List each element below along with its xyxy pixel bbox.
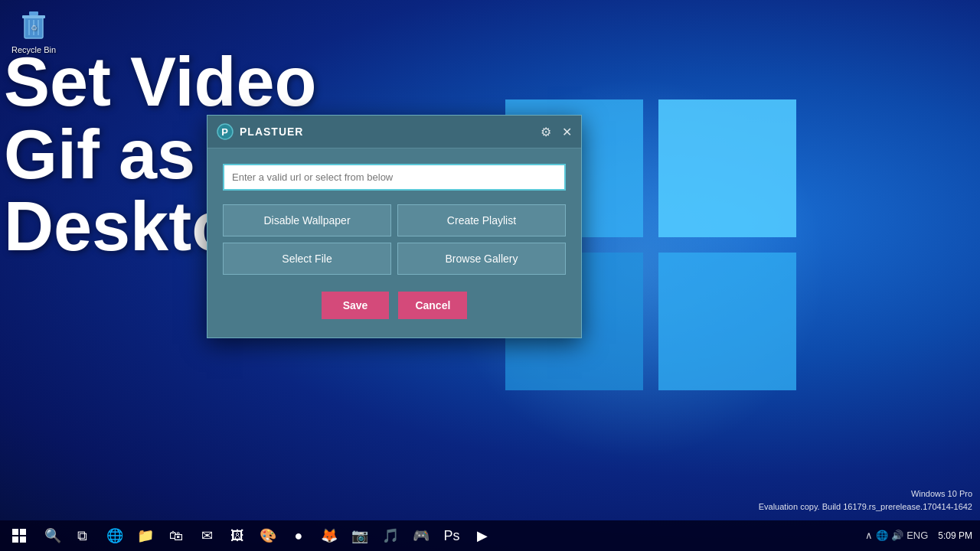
taskbar-edge-icon[interactable]: 🌐 xyxy=(100,521,129,550)
action-buttons-grid: Disable Wallpaper Create Playlist Select… xyxy=(223,204,566,275)
cancel-button[interactable]: Cancel xyxy=(398,292,467,319)
taskbar-app2-icon[interactable]: 🎵 xyxy=(376,521,405,550)
svg-rect-19 xyxy=(12,536,18,543)
taskbar-firefox-icon[interactable]: 🦊 xyxy=(315,521,344,550)
plastuer-dialog: P PLASTUER ⚙ ✕ Disable Wallpaper Create … xyxy=(207,115,582,338)
svg-rect-18 xyxy=(20,529,26,535)
svg-rect-5 xyxy=(658,99,796,237)
taskbar-app4-icon[interactable]: ▶ xyxy=(468,521,497,550)
svg-rect-7 xyxy=(658,253,796,390)
start-button[interactable] xyxy=(0,520,38,551)
save-button[interactable]: Save xyxy=(322,292,390,319)
taskbar-app3-icon[interactable]: 🎮 xyxy=(407,521,436,550)
taskbar: 🔍 ⧉ 🌐 📁 🛍 ✉ 🖼 🎨 ● 🦊 📷 🎵 🎮 Ps ▶ ∧ 🌐 🔊 ENG… xyxy=(0,520,980,551)
svg-rect-10 xyxy=(29,11,38,15)
taskbar-mail-icon[interactable]: ✉ xyxy=(192,521,221,550)
taskbar-app1-icon[interactable]: 📷 xyxy=(345,521,374,550)
task-view-button[interactable]: ⧉ xyxy=(67,521,96,550)
dialog-title-text: PLASTUER xyxy=(240,126,303,138)
svg-text:P: P xyxy=(221,126,229,138)
tray-network-icon[interactable]: 🌐 xyxy=(876,530,888,541)
tray-lang-icon[interactable]: ENG xyxy=(906,530,928,541)
svg-text:♻: ♻ xyxy=(31,24,38,32)
dialog-title: P PLASTUER xyxy=(217,123,303,140)
svg-rect-9 xyxy=(22,15,45,18)
svg-rect-20 xyxy=(20,536,26,543)
dialog-footer: Save Cancel xyxy=(223,292,566,319)
recycle-bin-icon[interactable]: ♻ Recycle Bin xyxy=(11,8,56,54)
dialog-titlebar: P PLASTUER ⚙ ✕ xyxy=(207,116,581,148)
tray-expand-icon[interactable]: ∧ xyxy=(865,530,873,541)
settings-button[interactable]: ⚙ xyxy=(541,125,551,139)
taskbar-store-icon[interactable]: 🛍 xyxy=(162,521,191,550)
time-display[interactable]: 5:09 PM xyxy=(938,530,972,543)
taskbar-ps-icon[interactable]: Ps xyxy=(437,521,466,550)
disable-wallpaper-button[interactable]: Disable Wallpaper xyxy=(223,204,391,236)
create-playlist-button[interactable]: Create Playlist xyxy=(397,204,566,236)
taskbar-paint-icon[interactable]: 🎨 xyxy=(253,521,283,550)
taskbar-explorer-icon[interactable]: 📁 xyxy=(131,521,160,550)
taskbar-photos-icon[interactable]: 🖼 xyxy=(223,521,252,550)
url-input[interactable] xyxy=(223,164,566,191)
search-button[interactable]: 🔍 xyxy=(38,521,67,550)
dialog-body: Disable Wallpaper Create Playlist Select… xyxy=(207,148,581,337)
taskbar-pinned-apps: 🌐 📁 🛍 ✉ 🖼 🎨 ● 🦊 📷 🎵 🎮 Ps ▶ xyxy=(96,521,865,550)
system-tray: ∧ 🌐 🔊 ENG 5:09 PM xyxy=(865,530,980,543)
tray-volume-icon[interactable]: 🔊 xyxy=(891,530,903,541)
windows-build-info: Windows 10 Pro Evaluation copy. Build 16… xyxy=(759,487,972,513)
svg-rect-17 xyxy=(12,529,18,535)
browse-gallery-button[interactable]: Browse Gallery xyxy=(397,243,566,275)
tray-icons: ∧ 🌐 🔊 ENG xyxy=(865,530,928,541)
taskbar-chrome-icon[interactable]: ● xyxy=(284,521,313,550)
dialog-title-controls: ⚙ ✕ xyxy=(541,125,572,139)
select-file-button[interactable]: Select File xyxy=(223,243,391,275)
close-button[interactable]: ✕ xyxy=(562,125,572,139)
